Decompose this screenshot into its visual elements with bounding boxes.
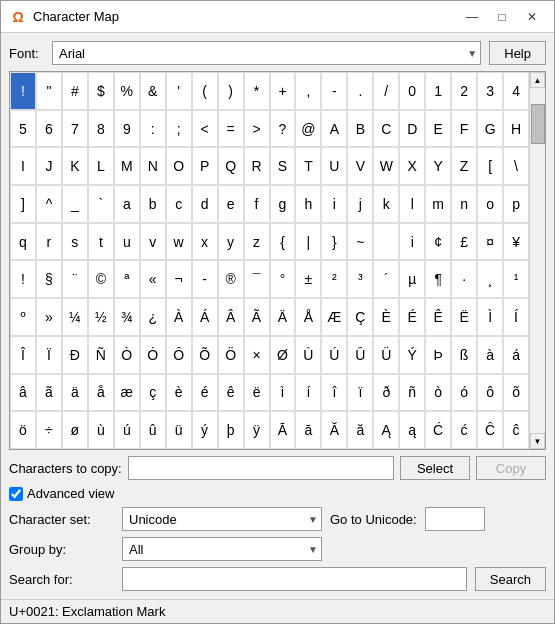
- char-cell[interactable]: ": [36, 72, 62, 110]
- char-cell[interactable]: þ: [218, 411, 244, 449]
- char-cell[interactable]: ¨: [62, 260, 88, 298]
- advanced-view-label[interactable]: Advanced view: [9, 486, 114, 501]
- char-cell[interactable]: ø: [62, 411, 88, 449]
- char-cell[interactable]: m: [425, 185, 451, 223]
- char-cell[interactable]: ¸: [477, 260, 503, 298]
- char-cell[interactable]: c: [166, 185, 192, 223]
- char-cell[interactable]: k: [373, 185, 399, 223]
- char-cell[interactable]: à: [477, 336, 503, 374]
- char-cell[interactable]: ò: [425, 374, 451, 412]
- char-cell[interactable]: ;: [166, 110, 192, 148]
- char-cell[interactable]: ²: [321, 260, 347, 298]
- char-cell[interactable]: É: [399, 298, 425, 336]
- char-cell[interactable]: *: [244, 72, 270, 110]
- char-cell[interactable]: ^: [36, 185, 62, 223]
- char-cell[interactable]: N: [140, 147, 166, 185]
- char-cell[interactable]: î: [321, 374, 347, 412]
- char-cell[interactable]: ´: [373, 260, 399, 298]
- char-cell[interactable]: >: [244, 110, 270, 148]
- char-cell[interactable]: ¶: [425, 260, 451, 298]
- char-cell[interactable]: !: [10, 260, 36, 298]
- char-cell[interactable]: ±: [295, 260, 321, 298]
- char-cell[interactable]: ñ: [399, 374, 425, 412]
- close-button[interactable]: ✕: [518, 7, 546, 27]
- char-cell[interactable]: Ì: [477, 298, 503, 336]
- char-cell[interactable]: P: [192, 147, 218, 185]
- char-cell[interactable]: Þ: [425, 336, 451, 374]
- char-cell[interactable]: -: [321, 72, 347, 110]
- char-cell[interactable]: i: [321, 185, 347, 223]
- char-cell[interactable]: Ï: [36, 336, 62, 374]
- char-cell[interactable]: ä: [62, 374, 88, 412]
- char-cell[interactable]: ï: [347, 374, 373, 412]
- char-cell[interactable]: Ê: [425, 298, 451, 336]
- char-cell[interactable]: Ā: [270, 411, 296, 449]
- char-cell[interactable]: ç: [140, 374, 166, 412]
- char-cell[interactable]: B: [347, 110, 373, 148]
- char-cell[interactable]: æ: [114, 374, 140, 412]
- char-cell[interactable]: Û: [347, 336, 373, 374]
- char-cell[interactable]: Õ: [192, 336, 218, 374]
- char-cell[interactable]: e: [218, 185, 244, 223]
- scroll-down-arrow-icon[interactable]: ▼: [530, 433, 545, 449]
- char-cell[interactable]: Á: [192, 298, 218, 336]
- char-cell[interactable]: 8: [88, 110, 114, 148]
- char-cell[interactable]: j: [347, 185, 373, 223]
- char-cell[interactable]: Q: [218, 147, 244, 185]
- char-cell[interactable]: ~: [347, 223, 373, 261]
- char-cell[interactable]: ă: [347, 411, 373, 449]
- copy-input[interactable]: [128, 456, 394, 480]
- char-cell[interactable]: ·: [451, 260, 477, 298]
- char-cell[interactable]: ³: [347, 260, 373, 298]
- char-cell[interactable]: /: [373, 72, 399, 110]
- char-cell[interactable]: §: [36, 260, 62, 298]
- char-cell[interactable]: µ: [399, 260, 425, 298]
- char-cell[interactable]: ¤: [477, 223, 503, 261]
- char-cell[interactable]: <: [192, 110, 218, 148]
- char-cell[interactable]: D: [399, 110, 425, 148]
- char-cell[interactable]: ª: [114, 260, 140, 298]
- char-cell[interactable]: w: [166, 223, 192, 261]
- char-cell[interactable]: z: [244, 223, 270, 261]
- char-cell[interactable]: Ç: [347, 298, 373, 336]
- char-cell[interactable]: ã: [36, 374, 62, 412]
- char-cell[interactable]: F: [451, 110, 477, 148]
- char-cell[interactable]: ó: [451, 374, 477, 412]
- char-cell[interactable]: L: [88, 147, 114, 185]
- char-cell[interactable]: .: [347, 72, 373, 110]
- char-cell[interactable]: Ú: [321, 336, 347, 374]
- char-cell[interactable]: C: [373, 110, 399, 148]
- char-cell[interactable]: ÿ: [244, 411, 270, 449]
- char-cell[interactable]: 7: [62, 110, 88, 148]
- char-cell[interactable]: f: [244, 185, 270, 223]
- char-cell[interactable]: å: [88, 374, 114, 412]
- char-cell[interactable]: S: [270, 147, 296, 185]
- char-cell[interactable]: #: [62, 72, 88, 110]
- char-cell[interactable]: ¼: [62, 298, 88, 336]
- goto-unicode-input[interactable]: [425, 507, 485, 531]
- char-cell[interactable]: Æ: [321, 298, 347, 336]
- char-cell[interactable]: |: [295, 223, 321, 261]
- char-cell[interactable]: ®: [218, 260, 244, 298]
- char-cell[interactable]: ÷: [36, 411, 62, 449]
- char-cell[interactable]: Ø: [270, 336, 296, 374]
- char-cell[interactable]: Ä: [270, 298, 296, 336]
- char-cell[interactable]: x: [192, 223, 218, 261]
- help-button[interactable]: Help: [489, 41, 546, 65]
- char-cell[interactable]: »: [36, 298, 62, 336]
- char-cell[interactable]: Å: [295, 298, 321, 336]
- char-cell[interactable]: -: [192, 260, 218, 298]
- char-cell[interactable]: O: [166, 147, 192, 185]
- char-cell[interactable]: ¿: [140, 298, 166, 336]
- char-cell[interactable]: °: [270, 260, 296, 298]
- char-cell[interactable]: _: [62, 185, 88, 223]
- char-cell[interactable]: ]: [10, 185, 36, 223]
- char-cell[interactable]: A: [321, 110, 347, 148]
- char-cell[interactable]: Ĉ: [477, 411, 503, 449]
- char-cell[interactable]: I: [10, 147, 36, 185]
- group-by-select[interactable]: All Unicode Subrange Unicode Category: [122, 537, 322, 561]
- char-cell[interactable]: ¾: [114, 298, 140, 336]
- maximize-button[interactable]: □: [488, 7, 516, 27]
- char-cell[interactable]: a: [114, 185, 140, 223]
- char-cell[interactable]: [: [477, 147, 503, 185]
